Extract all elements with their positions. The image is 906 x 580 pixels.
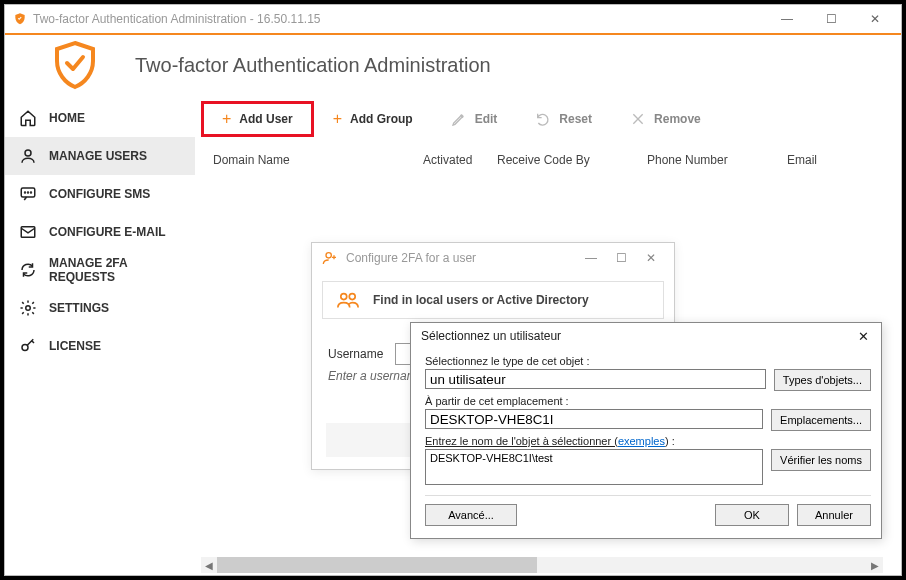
page-title: Two-factor Authentication Administration [135, 54, 491, 77]
check-names-button[interactable]: Vérifier les noms [771, 449, 871, 471]
dialog-title: Configure 2FA for a user [346, 251, 476, 265]
sidebar-item-label: MANAGE USERS [49, 149, 147, 163]
sidebar-item-manage-users[interactable]: MANAGE USERS [5, 137, 195, 175]
users-table: Domain Name Activated Receive Code By Ph… [195, 147, 899, 173]
col-domain[interactable]: Domain Name [213, 153, 423, 167]
sidebar-item-license[interactable]: LICENSE [5, 327, 195, 365]
sidebar-item-label: CONFIGURE E-MAIL [49, 225, 166, 239]
object-types-button[interactable]: Types d'objets... [774, 369, 871, 391]
user-icon [19, 147, 37, 165]
sidebar-item-label: LICENSE [49, 339, 101, 353]
plus-icon: + [333, 110, 342, 128]
col-activated[interactable]: Activated [423, 153, 497, 167]
window-title: Two-factor Authentication Administration… [33, 12, 765, 26]
col-phone[interactable]: Phone Number [647, 153, 787, 167]
object-name-input[interactable]: DESKTOP-VHE8C1I\test [425, 449, 763, 485]
button-label: Reset [559, 112, 592, 126]
object-type-label: Sélectionnez le type de cet objet : [425, 355, 871, 367]
minimize-button[interactable]: — [765, 5, 809, 33]
key-icon [19, 337, 37, 355]
x-icon [630, 111, 646, 127]
svg-point-7 [22, 345, 28, 351]
advanced-button[interactable]: Avancé... [425, 504, 517, 526]
dialog-close-button[interactable]: ✕ [851, 329, 875, 344]
button-label: Edit [475, 112, 498, 126]
svg-point-10 [349, 294, 355, 300]
sidebar: HOME MANAGE USERS CONFIGURE SMS CONFIGUR… [5, 95, 195, 575]
home-icon [19, 109, 37, 127]
location-input[interactable] [425, 409, 763, 429]
app-window: Two-factor Authentication Administration… [4, 4, 902, 576]
sidebar-item-label: MANAGE 2FA REQUESTS [49, 256, 195, 284]
sidebar-item-label: CONFIGURE SMS [49, 187, 150, 201]
svg-point-8 [326, 253, 331, 258]
sidebar-item-label: HOME [49, 111, 85, 125]
sidebar-item-label: SETTINGS [49, 301, 109, 315]
user-plus-icon [322, 250, 338, 266]
header: Two-factor Authentication Administration [5, 35, 901, 95]
examples-link[interactable]: exemples [618, 435, 665, 447]
dialog-close-button[interactable]: ✕ [636, 251, 666, 265]
button-label: Add User [239, 112, 292, 126]
object-type-input[interactable] [425, 369, 766, 389]
button-label: Remove [654, 112, 701, 126]
close-button[interactable]: ✕ [853, 5, 897, 33]
toolbar: + Add User + Add Group Edit Reset R [195, 95, 899, 147]
gear-icon [19, 299, 37, 317]
shield-check-icon [51, 39, 99, 91]
table-header: Domain Name Activated Receive Code By Ph… [195, 147, 899, 173]
select-user-dialog: Sélectionnez un utilisateur ✕ Sélectionn… [410, 322, 882, 539]
sidebar-item-manage-2fa-requests[interactable]: MANAGE 2FA REQUESTS [5, 251, 195, 289]
locations-button[interactable]: Emplacements... [771, 409, 871, 431]
find-users-label: Find in local users or Active Directory [373, 293, 589, 307]
shield-check-icon [13, 12, 27, 26]
add-user-button[interactable]: + Add User [201, 101, 314, 137]
users-icon [337, 291, 359, 309]
object-name-label: Entrez le nom de l'objet à sélectionner … [425, 435, 871, 447]
sidebar-item-configure-sms[interactable]: CONFIGURE SMS [5, 175, 195, 213]
dialog-maximize-button[interactable]: ☐ [606, 251, 636, 265]
dialog-titlebar: Configure 2FA for a user — ☐ ✕ [312, 243, 674, 273]
svg-point-9 [341, 294, 347, 300]
dialog-title: Sélectionnez un utilisateur [421, 329, 561, 343]
plus-icon: + [222, 110, 231, 128]
sidebar-item-configure-email[interactable]: CONFIGURE E-MAIL [5, 213, 195, 251]
pencil-icon [451, 111, 467, 127]
titlebar: Two-factor Authentication Administration… [5, 5, 901, 33]
sidebar-item-home[interactable]: HOME [5, 99, 195, 137]
mail-icon [19, 223, 37, 241]
col-receive[interactable]: Receive Code By [497, 153, 647, 167]
cancel-button[interactable]: Annuler [797, 504, 871, 526]
refresh-icon [19, 261, 37, 279]
ok-button[interactable]: OK [715, 504, 789, 526]
sidebar-item-settings[interactable]: SETTINGS [5, 289, 195, 327]
remove-button[interactable]: Remove [611, 101, 720, 137]
scroll-left-icon[interactable]: ◀ [201, 557, 217, 573]
find-users-button[interactable]: Find in local users or Active Directory [322, 281, 664, 319]
svg-point-2 [25, 192, 26, 193]
button-label: Add Group [350, 112, 413, 126]
add-group-button[interactable]: + Add Group [314, 101, 432, 137]
svg-point-6 [26, 306, 31, 311]
edit-button[interactable]: Edit [432, 101, 517, 137]
scroll-thumb[interactable] [217, 557, 537, 573]
maximize-button[interactable]: ☐ [809, 5, 853, 33]
dialog-minimize-button[interactable]: — [576, 251, 606, 265]
username-label: Username [328, 347, 383, 361]
sms-icon [19, 185, 37, 203]
reset-button[interactable]: Reset [516, 101, 611, 137]
svg-point-4 [31, 192, 32, 193]
scroll-right-icon[interactable]: ▶ [867, 557, 883, 573]
horizontal-scrollbar[interactable]: ◀ ▶ [201, 557, 883, 573]
dialog-titlebar: Sélectionnez un utilisateur ✕ [411, 323, 881, 349]
location-label: À partir de cet emplacement : [425, 395, 871, 407]
svg-point-3 [28, 192, 29, 193]
col-email[interactable]: Email [787, 153, 881, 167]
svg-point-0 [25, 150, 31, 156]
undo-icon [535, 111, 551, 127]
